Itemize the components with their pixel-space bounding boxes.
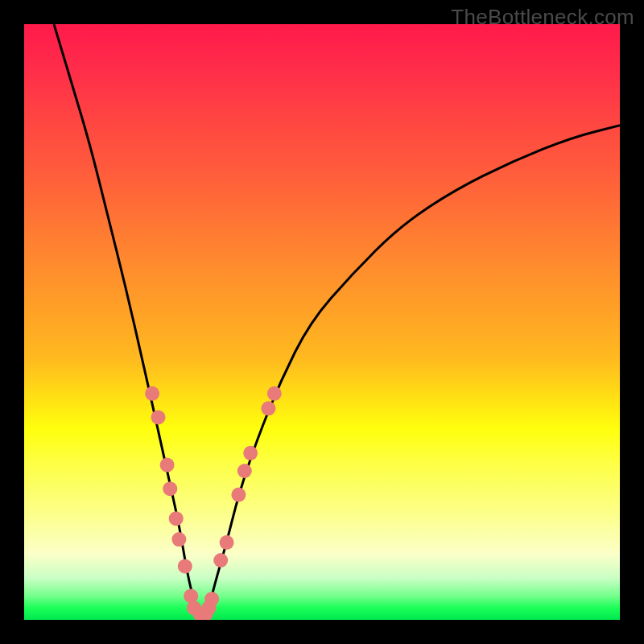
- data-point: [204, 592, 219, 606]
- data-point: [151, 410, 166, 424]
- data-point: [261, 401, 275, 415]
- bottleneck-curve-svg: [24, 24, 620, 620]
- data-points-group: [145, 386, 282, 620]
- chart-frame: TheBottleneck.com: [0, 0, 644, 644]
- data-point: [267, 386, 282, 401]
- plot-area: [24, 24, 620, 620]
- data-point: [213, 553, 228, 568]
- data-point: [160, 458, 175, 473]
- watermark-label: TheBottleneck.com: [451, 5, 634, 30]
- bottleneck-curve: [54, 24, 620, 617]
- data-point: [145, 386, 159, 401]
- data-point: [171, 532, 186, 547]
- data-point: [163, 481, 177, 496]
- data-point: [220, 535, 234, 550]
- data-point: [231, 488, 246, 502]
- data-point: [178, 559, 192, 573]
- data-point: [243, 446, 258, 460]
- data-point: [169, 511, 184, 526]
- data-point: [237, 464, 252, 478]
